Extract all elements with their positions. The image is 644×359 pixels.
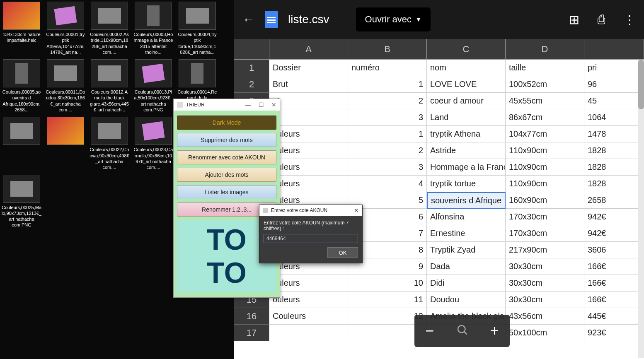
cell[interactable]: 43x56cm bbox=[506, 308, 584, 325]
thumbnail-item[interactable]: Couleurs,00002,Astride,110x90cm,1828€_ar… bbox=[90, 2, 129, 55]
maximize-icon[interactable]: ☐ bbox=[259, 101, 264, 108]
open-with-button[interactable]: Ouvrir avec bbox=[356, 7, 431, 31]
cell[interactable]: 50x100cm bbox=[506, 325, 584, 341]
thumbnail-item[interactable]: Couleurs,00012,Amelia the black glare,43… bbox=[90, 59, 129, 113]
thumbnail-item[interactable]: Couleurs,00005,souvenirs d Afrique,160x9… bbox=[2, 59, 41, 113]
zoom-in-icon[interactable]: + bbox=[490, 322, 499, 340]
cell[interactable]: 942€ bbox=[584, 225, 644, 242]
cell[interactable]: 4 bbox=[348, 176, 427, 192]
cell[interactable]: 96 bbox=[584, 76, 644, 93]
cell[interactable]: 1 bbox=[348, 76, 427, 93]
spreadsheet[interactable]: ABCD 1234567891011121314151617 Dossiernu… bbox=[234, 39, 644, 359]
cell[interactable]: ouleurs bbox=[269, 275, 348, 292]
cell[interactable]: 30x30cm bbox=[506, 275, 584, 292]
header-cell[interactable]: nom bbox=[427, 60, 506, 76]
thumbnail-item[interactable]: Couleurs,00003,Hommage a la France 2015 … bbox=[133, 2, 173, 55]
cell[interactable]: Doudou bbox=[427, 292, 506, 308]
cell[interactable]: ouleurs bbox=[269, 142, 348, 159]
thumbnail-item[interactable]: Couleurs,00023,Carmela,90x66cm,1097€_art… bbox=[133, 117, 173, 170]
back-arrow-icon[interactable]: ← bbox=[242, 12, 255, 27]
cell[interactable]: ut bbox=[269, 109, 348, 126]
cell[interactable]: 217x90cm bbox=[506, 242, 584, 258]
cell[interactable]: Land bbox=[427, 109, 506, 126]
ajouter-mots-button[interactable]: Ajouter des mots bbox=[177, 168, 276, 182]
cell[interactable]: Didi bbox=[427, 275, 506, 292]
print-icon[interactable]: ⎙ bbox=[598, 12, 605, 27]
header-cell[interactable]: pri bbox=[584, 60, 644, 76]
cell[interactable]: LOVE LOVE bbox=[427, 76, 506, 93]
cell[interactable]: 1828 bbox=[584, 176, 644, 192]
cell[interactable]: 110x90cm bbox=[506, 159, 584, 176]
akoun-titlebar[interactable]: Entrez votre cote AKOUN ✕ bbox=[259, 205, 362, 216]
cell[interactable]: coeur d amour bbox=[427, 93, 506, 109]
cell[interactable]: Couleurs bbox=[269, 308, 348, 325]
supprimer-mots-button[interactable]: Supprimer des mots bbox=[177, 133, 276, 147]
cell[interactable]: souvenirs d Afrique bbox=[427, 192, 506, 209]
cell[interactable]: 3606 bbox=[584, 242, 644, 258]
cell[interactable]: 923€ bbox=[584, 325, 644, 341]
cell[interactable]: Brut bbox=[269, 76, 348, 93]
thumbnail-item[interactable]: 134x130cm nature imparfaite.heic bbox=[2, 2, 41, 55]
cell[interactable]: ouleurs bbox=[269, 159, 348, 176]
thumbnail-item[interactable]: Couleurs,00004,tryptik tortue,110x90cm,1… bbox=[177, 2, 217, 55]
cell[interactable]: 445€ bbox=[584, 308, 644, 325]
cell[interactable]: 110x90cm bbox=[506, 176, 584, 192]
header-cell[interactable]: Dossier bbox=[269, 60, 348, 76]
cell[interactable]: Astride bbox=[427, 142, 506, 159]
cell[interactable]: 1478 bbox=[584, 126, 644, 142]
column-header-E[interactable] bbox=[584, 39, 644, 60]
cell[interactable]: 2658 bbox=[584, 192, 644, 209]
cell[interactable]: ut bbox=[269, 93, 348, 109]
row-header[interactable]: 16 bbox=[234, 308, 269, 325]
header-cell[interactable]: taille bbox=[506, 60, 584, 76]
cell[interactable]: Ernestine bbox=[427, 225, 506, 242]
akoun-cote-input[interactable] bbox=[264, 234, 358, 243]
vertical-scrollbar[interactable] bbox=[638, 60, 644, 358]
column-header-C[interactable]: C bbox=[427, 39, 506, 60]
lister-images-button[interactable]: Lister les images bbox=[177, 185, 276, 199]
row-header[interactable]: 17 bbox=[234, 325, 269, 341]
cell[interactable]: ouleurs bbox=[269, 126, 348, 142]
cell[interactable]: 2 bbox=[348, 93, 427, 109]
close-icon[interactable]: ✕ bbox=[271, 101, 276, 108]
cell[interactable]: 1064 bbox=[584, 109, 644, 126]
thumbnail-item[interactable] bbox=[2, 117, 41, 170]
cell[interactable]: 3 bbox=[348, 109, 427, 126]
sheet-corner[interactable] bbox=[234, 39, 269, 60]
minimize-icon[interactable]: — bbox=[245, 101, 251, 108]
cell[interactable]: 1828 bbox=[584, 159, 644, 176]
add-comment-icon[interactable]: ⊞ bbox=[569, 12, 579, 27]
row-header[interactable]: 1 bbox=[234, 60, 269, 76]
cell[interactable]: 11 bbox=[348, 292, 427, 308]
thumbnail-item[interactable]: Couleurs,00025,Malo,90x73cm,1213€_art na… bbox=[2, 175, 41, 228]
cell[interactable]: 160x90cm bbox=[506, 192, 584, 209]
cell[interactable]: Dada bbox=[427, 258, 506, 275]
cell[interactable]: 166€ bbox=[584, 275, 644, 292]
thumbnail-item[interactable] bbox=[46, 117, 85, 170]
trieur-titlebar[interactable]: TRIEUR — ☐ ✕ bbox=[174, 99, 280, 111]
cell[interactable]: 30x30cm bbox=[506, 258, 584, 275]
cell[interactable]: 3 bbox=[348, 159, 427, 176]
ok-button[interactable]: OK bbox=[327, 247, 358, 258]
cell[interactable]: Tryptik Zyad bbox=[427, 242, 506, 258]
cell[interactable]: 170x30cm bbox=[506, 225, 584, 242]
close-icon[interactable]: ✕ bbox=[354, 207, 359, 214]
column-header-D[interactable]: D bbox=[506, 39, 584, 60]
thumbnail-item[interactable]: Couleurs,00013,Pia,50x100cm,923€_art nat… bbox=[133, 59, 173, 113]
renommer-akoun-button[interactable]: Renommer avec cote AKOUN bbox=[177, 150, 276, 164]
more-menu-icon[interactable]: ⋮ bbox=[623, 12, 636, 27]
cell[interactable]: 170x30cm bbox=[506, 209, 584, 225]
thumbnail-item[interactable]: Couleurs,00022,Chowa,90x30cm,498€_art na… bbox=[90, 117, 129, 170]
cell[interactable]: 30x30cm bbox=[506, 292, 584, 308]
cell[interactable]: 2 bbox=[348, 142, 427, 159]
cell[interactable]: Alfonsina bbox=[427, 209, 506, 225]
zoom-reset-icon[interactable] bbox=[456, 322, 468, 340]
thumbnail-item[interactable]: Couleurs,00001,tryptik Athena,104x77cm,1… bbox=[46, 2, 85, 55]
column-header-B[interactable]: B bbox=[348, 39, 427, 60]
cells-area[interactable]: DossiernuméronomtaillepriBrut1LOVE LOVE1… bbox=[269, 60, 644, 341]
cell[interactable]: 104x77cm bbox=[506, 126, 584, 142]
cell[interactable] bbox=[269, 325, 348, 341]
column-header-A[interactable]: A bbox=[269, 39, 348, 60]
cell[interactable]: 1 bbox=[348, 126, 427, 142]
cell[interactable]: 86x67cm bbox=[506, 109, 584, 126]
